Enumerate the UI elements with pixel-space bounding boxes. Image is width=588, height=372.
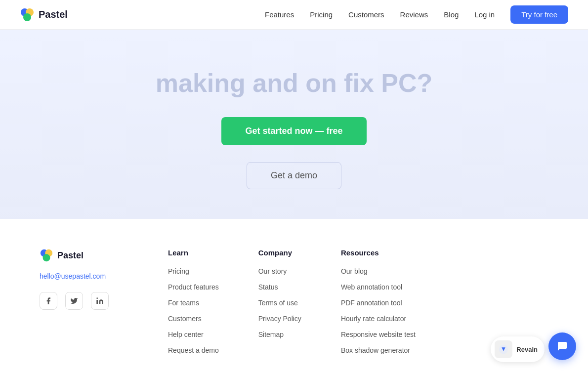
footer-link-hourly-calculator[interactable]: Hourly rate calculator: [341, 315, 406, 323]
footer-col-learn-list: Pricing Product features For teams Custo…: [168, 267, 219, 355]
nav-cta-button[interactable]: Try for free: [510, 5, 568, 24]
footer-link-privacy-policy[interactable]: Privacy Policy: [258, 315, 301, 323]
nav-link-customers[interactable]: Customers: [348, 10, 384, 19]
footer-col-resources-heading: Resources: [341, 248, 416, 257]
linkedin-icon[interactable]: [91, 292, 109, 310]
footer-link-request-demo[interactable]: Request a demo: [168, 346, 219, 354]
footer-social: [40, 292, 138, 310]
footer-link-pdf-annotation[interactable]: PDF annotation tool: [341, 299, 402, 307]
hero-section: making and on fix PC? Get started now — …: [0, 30, 588, 219]
nav-links: Features Pricing Customers Reviews Blog …: [265, 5, 568, 24]
nav-link-pricing[interactable]: Pricing: [310, 10, 333, 19]
nav-link-features[interactable]: Features: [265, 10, 294, 19]
footer-link-our-story[interactable]: Our story: [258, 267, 287, 275]
revain-logo: [495, 340, 512, 358]
footer-link-our-blog[interactable]: Our blog: [341, 267, 368, 275]
footer-inner: Pastel hello@usepastel.com Learn: [40, 248, 548, 362]
footer-link-pricing[interactable]: Pricing: [168, 267, 189, 275]
facebook-icon[interactable]: [40, 292, 57, 310]
footer-logo: Pastel: [40, 248, 138, 262]
svg-point-5: [43, 254, 50, 261]
nav-logo[interactable]: Pastel: [20, 7, 68, 22]
get-demo-button[interactable]: Get a demo: [247, 162, 341, 189]
nav-link-blog[interactable]: Blog: [444, 10, 459, 19]
footer-link-help-center[interactable]: Help center: [168, 331, 204, 338]
footer-link-responsive-test[interactable]: Responsive website test: [341, 331, 416, 338]
footer-col-company: Company Our story Status Terms of use Pr…: [258, 248, 301, 362]
revain-label: Revain: [516, 346, 538, 353]
footer-link-box-shadow[interactable]: Box shadow generator: [341, 346, 410, 354]
footer-col-learn: Learn Pricing Product features For teams…: [168, 248, 219, 362]
footer-col-learn-heading: Learn: [168, 248, 219, 257]
footer-email-link[interactable]: hello@usepastel.com: [40, 272, 138, 280]
footer-logo-icon: [40, 248, 53, 262]
footer-logo-text: Pastel: [57, 250, 84, 261]
nav-link-reviews[interactable]: Reviews: [400, 10, 428, 19]
hero-title: making and on fix PC?: [156, 69, 433, 97]
pastel-logo-icon: [20, 7, 35, 22]
footer-link-terms-of-use[interactable]: Terms of use: [258, 299, 298, 307]
footer-link-status[interactable]: Status: [258, 283, 278, 291]
footer-link-web-annotation[interactable]: Web annotation tool: [341, 283, 402, 291]
footer-col-resources-list: Our blog Web annotation tool PDF annotat…: [341, 267, 416, 355]
footer-link-product-features[interactable]: Product features: [168, 283, 219, 291]
footer-link-customers[interactable]: Customers: [168, 315, 202, 323]
footer-brand: Pastel hello@usepastel.com: [40, 248, 138, 362]
hero-buttons: Get started now — free Get a demo: [221, 117, 366, 189]
footer-col-resources: Resources Our blog Web annotation tool P…: [341, 248, 416, 362]
svg-point-6: [96, 298, 98, 299]
footer-link-for-teams[interactable]: For teams: [168, 299, 199, 307]
nav-logo-text: Pastel: [39, 9, 68, 20]
get-started-button[interactable]: Get started now — free: [221, 117, 366, 145]
svg-point-2: [23, 13, 31, 21]
footer-col-company-heading: Company: [258, 248, 301, 257]
navbar: Pastel Features Pricing Customers Review…: [0, 0, 588, 30]
revain-widget[interactable]: Revain: [491, 336, 545, 362]
twitter-icon[interactable]: [65, 292, 83, 310]
footer-link-sitemap[interactable]: Sitemap: [258, 331, 284, 338]
chat-widget-button[interactable]: [548, 332, 576, 360]
footer-col-company-list: Our story Status Terms of use Privacy Po…: [258, 267, 301, 339]
nav-link-login[interactable]: Log in: [474, 10, 495, 19]
